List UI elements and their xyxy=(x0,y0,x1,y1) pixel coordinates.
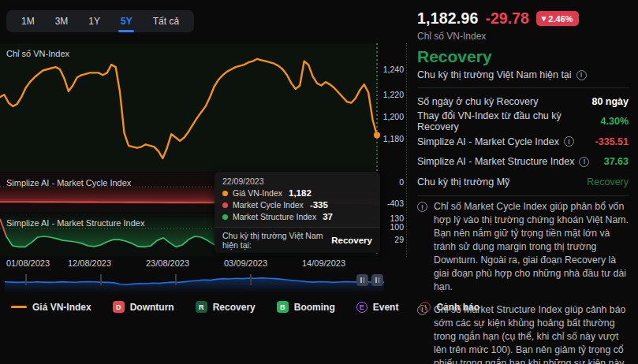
price-change: -29.78 xyxy=(486,9,529,28)
range-button-3m[interactable]: 3M xyxy=(45,10,79,32)
y-label-29: 29 xyxy=(381,235,404,244)
stat-label: Thay đổi VN-Index từ đầu chu kỳ Recovery xyxy=(417,110,601,132)
tooltip-row-value: 37 xyxy=(323,212,333,221)
legend-label: Booming xyxy=(294,302,335,313)
note-market-cycle: ! Chỉ số Market Cycle Index giúp phân bổ… xyxy=(417,200,629,294)
active-range-underline xyxy=(118,30,134,32)
legend-item-recovery[interactable]: R Recovery xyxy=(196,301,256,313)
chart-legend: Giá VN-Index D Downturn R Recovery B Boo… xyxy=(11,301,479,313)
range-button-1m[interactable]: 1M xyxy=(11,10,45,32)
stat-row-days: Số ngày ở chu kỳ Recovery! 80 ngày xyxy=(417,91,629,112)
stat-label: Số ngày ở chu kỳ Recovery xyxy=(417,96,538,107)
legend-item-downturn[interactable]: D Downturn xyxy=(113,301,174,313)
range-button-1y[interactable]: 1Y xyxy=(78,10,110,32)
info-icon[interactable]: ! xyxy=(576,70,587,80)
percent-change-value: 2.46% xyxy=(548,14,573,24)
price-row: 1,182.96 -29.78 ▾ 2.46% xyxy=(417,9,579,28)
tooltip-footer-value: Recovery xyxy=(331,236,372,245)
x-axis: 01/08/2023 12/08/2023 23/08/2023 03/09/2… xyxy=(0,258,379,269)
range-button-5y[interactable]: 5Y xyxy=(110,10,143,32)
tooltip-row-label: Market Structure Index xyxy=(233,212,316,221)
x-label-1: 01/08/2023 xyxy=(6,258,50,268)
x-label-4: 03/09/2023 xyxy=(224,258,267,268)
stat-label: Chu kỳ thị trường Mỹ xyxy=(417,176,509,188)
chart-tooltip: 22/09/2023 Giá VN-Index 1,182 Market Cyc… xyxy=(215,172,380,253)
legend-label: Recovery xyxy=(213,302,256,313)
market-structure-chart-title: Simplize AI - Market Structure Index xyxy=(6,218,144,228)
stat-label: Simplize AI - Market Cycle Index xyxy=(417,136,559,147)
recovery-badge-icon: R xyxy=(196,301,207,313)
stat-value: 80 ngày xyxy=(591,96,629,107)
y-label-1180: 1,180 xyxy=(381,134,404,143)
cycle-caption-text: Chu kỳ thị trường Việt Nam hiện tại xyxy=(417,69,572,80)
x-label-3: 23/08/2023 xyxy=(146,258,189,268)
navigator-chart[interactable] xyxy=(0,271,410,292)
line-sample-icon xyxy=(11,306,27,308)
stats-table: Số ngày ở chu kỳ Recovery! 80 ngày Thay … xyxy=(417,87,629,196)
legend-item-event[interactable]: E Event xyxy=(356,302,399,313)
tooltip-row-label: Market Cycle Index xyxy=(233,200,304,210)
tooltip-row-value: 1,182 xyxy=(289,188,312,198)
current-cycle-caption: Chu kỳ thị trường Việt Nam hiện tại ! xyxy=(417,69,587,80)
tooltip-row-value: -335 xyxy=(310,200,328,210)
note-market-structure: ! Chỉ số Market Structure Index giúp cản… xyxy=(417,303,629,364)
navigator-tick xyxy=(100,274,102,285)
vn-index-chart-title: Chỉ số VN-Index xyxy=(6,49,69,58)
percent-change-badge: ▾ 2.46% xyxy=(536,11,579,26)
stat-row-structure-index: Simplize AI - Market Structure Index! 37… xyxy=(417,152,629,173)
stat-value: 37.63 xyxy=(604,156,629,167)
navigator-tick xyxy=(175,274,177,285)
y-label-1220: 1,220 xyxy=(381,90,404,99)
orange-dot-icon xyxy=(222,191,228,196)
legend-item-vnindex[interactable]: Giá VN-Index xyxy=(11,302,91,313)
booming-badge-icon: B xyxy=(277,301,289,313)
legend-label: Event xyxy=(373,302,399,313)
stat-value: 4.30% xyxy=(601,116,629,127)
green-dot-icon xyxy=(222,214,228,220)
x-label-5: 14/09/2023 xyxy=(302,258,345,268)
tooltip-date: 22/09/2023 xyxy=(222,176,372,186)
y-label-0: 0 xyxy=(381,177,404,187)
time-range-selector: 1M 3M 1Y 5Y Tất cả xyxy=(6,10,194,32)
event-circle-icon: E xyxy=(356,302,368,313)
navigator-tick xyxy=(25,274,27,285)
tooltip-footer-label: Chu kỳ thị trường Việt Nam hiện tại: xyxy=(222,231,327,250)
info-icon[interactable]: ! xyxy=(564,136,574,147)
market-cycle-dashboard: 1M 3M 1Y 5Y Tất cả Chỉ số VN-Index Simpl… xyxy=(0,0,638,364)
market-cycle-chart-title: Simplize AI - Market Cycle Index xyxy=(6,178,131,188)
info-icon[interactable]: ! xyxy=(417,202,427,212)
y-label-100: 100 xyxy=(381,222,404,232)
x-label-2: 12/08/2023 xyxy=(68,258,111,268)
downturn-badge-icon: D xyxy=(113,301,125,313)
legend-label: Downturn xyxy=(130,302,174,313)
navigator-right-handle[interactable] xyxy=(371,274,383,286)
info-icon[interactable]: ! xyxy=(417,305,427,315)
navigator-left-handle[interactable] xyxy=(356,274,368,286)
y-label-neg403: -403 xyxy=(381,199,404,208)
stat-row-change: Thay đổi VN-Index từ đầu chu kỳ Recovery… xyxy=(417,112,629,132)
vn-index-price: 1,182.96 xyxy=(417,9,479,28)
range-button-all[interactable]: Tất cả xyxy=(143,10,189,32)
red-dot-icon xyxy=(222,202,228,208)
tooltip-row-label: Giá VN-Index xyxy=(233,188,282,198)
notes-section: ! Chỉ số Market Cycle Index giúp phân bổ… xyxy=(417,200,629,364)
note-text: Chỉ số Market Structure Index giúp cảnh … xyxy=(434,303,629,364)
y-label-1200: 1,200 xyxy=(381,112,404,121)
navigator-tick xyxy=(250,274,252,285)
range-button-5y-label: 5Y xyxy=(121,16,132,27)
stat-label: Simplize AI - Market Structure Index xyxy=(417,156,574,167)
stat-value: Recovery xyxy=(587,176,629,188)
note-text: Chỉ số Market Cycle Index giúp phân bổ v… xyxy=(434,200,629,294)
legend-item-booming[interactable]: B Booming xyxy=(277,301,335,313)
legend-label: Giá VN-Index xyxy=(32,302,91,313)
stat-row-cycle-index: Simplize AI - Market Cycle Index! -335.5… xyxy=(417,132,629,152)
stat-row-us-cycle: Chu kỳ thị trường Mỹ! Recovery xyxy=(417,172,629,192)
stat-value: -335.51 xyxy=(595,136,629,147)
current-cycle-name: Recovery xyxy=(417,47,492,66)
info-icon[interactable]: ! xyxy=(579,157,589,167)
price-subtitle: Chỉ số VN-Index xyxy=(417,31,486,42)
y-label-1240: 1,240 xyxy=(381,65,404,74)
down-arrow-icon: ▾ xyxy=(542,13,547,24)
